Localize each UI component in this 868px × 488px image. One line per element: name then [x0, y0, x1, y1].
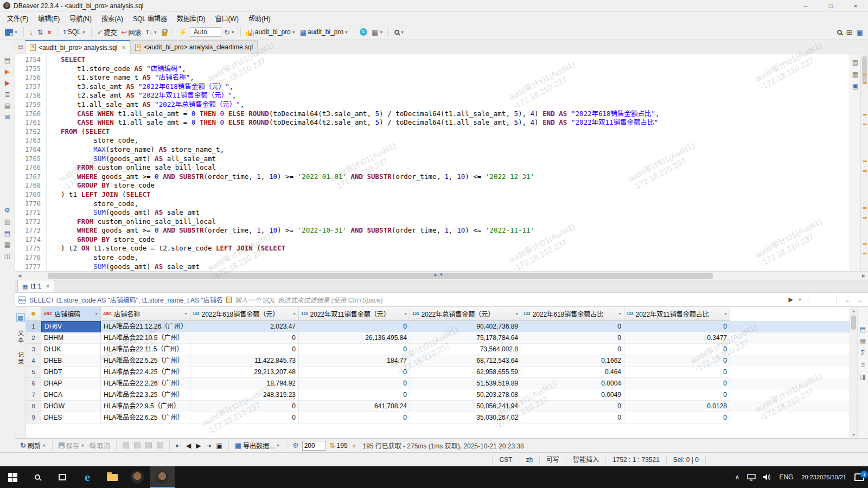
grid-cell[interactable]: 0: [624, 321, 730, 332]
grid-cell[interactable]: 0: [521, 321, 624, 332]
grid-cell[interactable]: DHDT: [41, 367, 101, 378]
scrollbar-thumb[interactable]: [48, 273, 713, 279]
grid-corner-cell[interactable]: [26, 307, 41, 321]
grid-cell[interactable]: 2,023.47: [190, 321, 299, 332]
connection-selector[interactable]: audit_bi_pro ▼: [245, 27, 297, 37]
dbeaver-taskbar-button[interactable]: [150, 466, 175, 488]
minimized-panel-icon[interactable]: ▦: [850, 69, 861, 80]
grid-cell[interactable]: 0: [299, 367, 410, 378]
file-explorer-button[interactable]: [100, 466, 125, 488]
load-script-icon[interactable]: ▤: [2, 228, 14, 239]
column-menu-icon[interactable]: ▼: [724, 312, 727, 316]
row-number[interactable]: 9: [26, 412, 41, 423]
grid-cell[interactable]: HLA唯品会22.3.25（广州）: [101, 389, 190, 401]
grid-cell[interactable]: 0: [299, 321, 410, 332]
status-insert-mode[interactable]: 智能插入: [566, 455, 605, 464]
fetch-all-button[interactable]: ⇅ 195: [328, 441, 349, 450]
grid-view-tab[interactable]: ▦: [16, 313, 25, 322]
copy-row-button[interactable]: [144, 442, 154, 449]
open-message-icon[interactable]: ✉: [2, 112, 14, 123]
grid-cell[interactable]: 68,712,543.64: [410, 355, 521, 367]
goto-prev-row-button[interactable]: ◀: [184, 441, 193, 450]
results-vscrollbar[interactable]: ▲ ▼: [850, 307, 857, 438]
menu-item-2[interactable]: 导航(N): [65, 12, 97, 24]
column-menu-icon[interactable]: ▼: [515, 312, 519, 316]
toggle-outline-icon[interactable]: ▤: [2, 55, 14, 66]
grid-cell[interactable]: 62,958,655.59: [410, 367, 521, 378]
scroll-left-icon[interactable]: ◀: [15, 272, 24, 280]
grid-cell[interactable]: 0.1662: [521, 355, 624, 367]
column-header-3[interactable]: 1232022年双11销售金额（元）▼: [299, 307, 410, 321]
row-number[interactable]: 7: [26, 389, 41, 401]
row-number[interactable]: 6: [26, 378, 41, 389]
grid-cell[interactable]: HLA唯品会22.10.5（广州）: [101, 332, 190, 344]
grid-cell[interactable]: 90,402,736.89: [410, 321, 521, 332]
aggregate-panel-icon[interactable]: Σ: [857, 348, 868, 358]
menu-item-4[interactable]: SQL 编辑器: [128, 12, 172, 24]
volume-tray-icon[interactable]: [760, 466, 775, 488]
auto-commit-lock-button[interactable]: [160, 28, 169, 37]
edge-taskbar-button[interactable]: e: [75, 466, 100, 488]
grid-cell[interactable]: 0: [521, 412, 624, 423]
column-menu-icon[interactable]: ▼: [184, 312, 188, 316]
transaction-log-dropdown[interactable]: T↓ ▼: [144, 28, 158, 36]
history-forward-button[interactable]: →: [856, 297, 865, 303]
quick-search-button[interactable]: [835, 29, 844, 36]
grid-cell[interactable]: DHGW: [41, 401, 101, 412]
taskbar-clock[interactable]: 20:23 2025/10/21: [797, 466, 851, 488]
grid-cell[interactable]: 0: [624, 378, 730, 389]
grid-cell[interactable]: 0.0004: [521, 378, 624, 389]
status-caret-position[interactable]: 1752 : 1 : 73521: [605, 455, 666, 464]
grid-cell[interactable]: 0.464: [521, 367, 624, 378]
toolbar-overflow-button[interactable]: »: [351, 441, 358, 450]
filter-input[interactable]: 输入一个 SQL 表达式来过滤结果 (使用 Ctrl+Space): [235, 295, 784, 304]
grid-cell[interactable]: 26,136,495.84: [299, 332, 410, 344]
settings-gear-icon[interactable]: ⚙: [2, 205, 14, 216]
grid-cell[interactable]: 29,213,207.48: [190, 367, 299, 378]
grid-cell[interactable]: 73,564,002.8: [410, 344, 521, 355]
grid-cell[interactable]: HLA唯品会22.11.5（广州）: [101, 344, 190, 355]
column-menu-icon[interactable]: ▼: [618, 312, 622, 316]
grid-cell[interactable]: 18,794.92: [190, 378, 299, 389]
new-connection-button[interactable]: ▼: [3, 28, 20, 37]
explain-plan-icon[interactable]: ≣: [2, 89, 14, 100]
grid-cell[interactable]: 184.77: [299, 355, 410, 367]
network-tray-icon[interactable]: [743, 466, 760, 488]
action-center-button[interactable]: 1: [851, 466, 868, 488]
row-number[interactable]: 1: [26, 321, 41, 332]
grid-cell[interactable]: HLA唯品会22.4.25（广州）: [101, 367, 190, 378]
calc-panel-icon[interactable]: ◨: [857, 371, 868, 382]
grid-cell[interactable]: 0: [624, 389, 730, 401]
grid-cell[interactable]: DHAP: [41, 378, 101, 389]
filter-history-dropdown[interactable]: ▼: [798, 298, 802, 301]
grid-cell[interactable]: HLA唯品会21.12.26（广州）: [101, 321, 190, 332]
row-number[interactable]: 3: [26, 344, 41, 355]
goto-first-row-button[interactable]: ⇤: [174, 441, 183, 450]
close-button[interactable]: ×: [843, 0, 868, 12]
status-writable[interactable]: 可写: [539, 455, 566, 464]
export-data-button[interactable]: ▦ 导出数据... ▼: [233, 440, 282, 451]
grid-cell[interactable]: 0: [624, 344, 730, 355]
log-panel-icon[interactable]: ◫: [2, 251, 14, 261]
focus-row-button[interactable]: ▣: [214, 441, 224, 450]
grid-cell[interactable]: 0.0049: [521, 389, 624, 401]
sql-editor[interactable]: 1754175517561757175817591760176117621763…: [15, 54, 868, 271]
grid-cell[interactable]: 0.0128: [624, 401, 730, 412]
grid-cell[interactable]: 0: [624, 367, 730, 378]
scrollbar-thumb[interactable]: [851, 316, 856, 330]
filter-edit-icon[interactable]: [226, 297, 232, 303]
sash-up-icon[interactable]: ▲: [433, 272, 437, 277]
refresh-button[interactable]: ↻ 刷新 ▼: [18, 440, 48, 451]
row-number[interactable]: 2: [26, 332, 41, 344]
pinned-app-button[interactable]: [125, 466, 150, 488]
menu-item-1[interactable]: 编辑(E): [33, 12, 65, 24]
grid-cell[interactable]: 11,422,845.73: [190, 355, 299, 367]
goto-next-row-button[interactable]: ▶: [194, 441, 202, 450]
connection-status-button[interactable]: [358, 27, 369, 37]
value-viewer-panel-icon[interactable]: ▤: [857, 324, 868, 335]
grid-cell[interactable]: 0: [190, 344, 299, 355]
sync-connection-button[interactable]: ⇅: [35, 28, 44, 37]
grid-cell[interactable]: 51,539,519.89: [410, 378, 521, 389]
sash-restore-control[interactable]: ▲ ▼: [433, 272, 443, 277]
column-header-1[interactable]: ABC店铺名称▼: [101, 307, 190, 321]
